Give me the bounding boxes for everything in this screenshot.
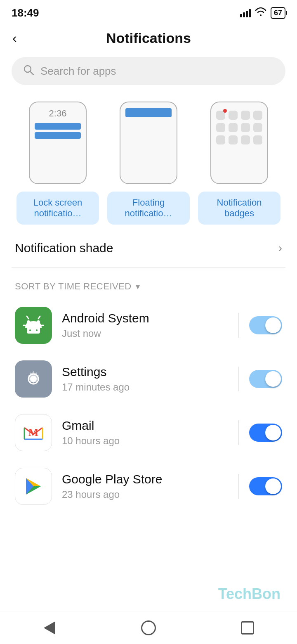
status-icons: 67 — [240, 7, 285, 19]
svg-line-1 — [30, 71, 33, 75]
toggle-thumb — [265, 478, 281, 494]
notification-shade-row[interactable]: Notification shade › — [0, 229, 297, 268]
floating-card[interactable]: Floatingnotificatio… — [107, 102, 190, 225]
search-bar[interactable]: Search for apps — [12, 57, 285, 85]
app-dot — [241, 135, 250, 144]
status-bar: 18:49 67 — [0, 0, 297, 23]
page-title: Notifications — [106, 30, 191, 46]
notification-shade-label: Notification shade — [15, 241, 113, 255]
gmail-name: Gmail — [62, 419, 229, 433]
nav-home-button[interactable] — [138, 618, 159, 638]
app-grid — [216, 108, 262, 144]
svg-line-10 — [38, 316, 40, 319]
app-dot — [229, 111, 238, 120]
back-button[interactable]: ‹ — [12, 31, 17, 45]
row-divider — [238, 420, 239, 445]
app-row-play[interactable]: Google Play Store 23 hours ago — [0, 459, 297, 513]
floating-label[interactable]: Floatingnotificatio… — [107, 192, 190, 225]
bottom-nav — [0, 611, 297, 644]
nav-home-icon — [141, 620, 156, 635]
lockscreen-card[interactable]: 2:36 Lock screennotificatio… — [16, 102, 99, 225]
chevron-right-icon: › — [278, 242, 282, 255]
app-dot — [241, 123, 250, 132]
app-dot — [241, 111, 250, 120]
notif-bar-1 — [35, 123, 81, 130]
svg-point-5 — [29, 329, 31, 331]
gmail-info: Gmail 10 hours ago — [62, 419, 229, 447]
badges-illustration — [210, 102, 268, 184]
play-toggle[interactable] — [249, 477, 282, 495]
android-icon — [15, 307, 52, 344]
row-divider — [238, 367, 239, 391]
sort-header[interactable]: SORT BY TIME RECEIVED ▾ — [0, 268, 297, 298]
search-icon — [23, 64, 34, 78]
settings-icon — [15, 360, 52, 398]
android-toggle[interactable] — [249, 316, 282, 334]
settings-info: Settings 17 minutes ago — [62, 365, 229, 393]
app-dot — [229, 135, 238, 144]
toggle-thumb — [265, 371, 281, 387]
battery-icon: 67 — [271, 7, 285, 19]
android-name: Android System — [62, 311, 229, 325]
gmail-time: 10 hours ago — [62, 435, 229, 447]
notif-cards-container: 2:36 Lock screennotificatio… Floatingnot… — [0, 93, 297, 229]
app-dot — [253, 123, 262, 132]
nav-recent-icon — [241, 621, 254, 635]
row-divider — [238, 474, 239, 499]
signal-icon — [240, 8, 251, 17]
app-row-gmail[interactable]: M Gmail 10 hours ago — [0, 406, 297, 459]
app-dot — [216, 123, 225, 132]
row-divider — [238, 313, 239, 338]
gmail-icon: M — [15, 414, 52, 451]
app-dot — [216, 111, 225, 120]
settings-time: 17 minutes ago — [62, 381, 229, 393]
badges-card[interactable]: Notificationbadges — [198, 102, 280, 225]
android-info: Android System Just now — [62, 311, 229, 339]
badges-label[interactable]: Notificationbadges — [198, 192, 280, 225]
svg-point-6 — [36, 329, 38, 331]
nav-back-button[interactable] — [39, 618, 60, 638]
float-banner — [125, 108, 172, 117]
app-dot — [216, 135, 225, 144]
play-name: Google Play Store — [62, 472, 229, 486]
android-time: Just now — [62, 328, 229, 339]
toggle-thumb — [265, 425, 281, 440]
lockscreen-illustration: 2:36 — [29, 102, 87, 184]
app-row-settings[interactable]: Settings 17 minutes ago — [0, 352, 297, 406]
header: ‹ Notifications — [0, 23, 297, 53]
app-dot — [253, 111, 262, 120]
app-dot — [229, 123, 238, 132]
play-store-icon — [15, 468, 52, 505]
watermark: TechBon — [218, 585, 280, 603]
settings-name: Settings — [62, 365, 229, 379]
lockscreen-label[interactable]: Lock screennotificatio… — [16, 192, 99, 225]
wifi-icon — [255, 7, 266, 19]
nav-back-icon — [44, 621, 55, 635]
svg-line-9 — [27, 316, 28, 319]
gmail-toggle[interactable] — [249, 424, 282, 442]
play-time: 23 hours ago — [62, 489, 229, 500]
toggle-thumb — [265, 317, 281, 333]
settings-toggle[interactable] — [249, 370, 282, 388]
floating-illustration — [120, 102, 177, 184]
sort-chevron-icon: ▾ — [136, 282, 140, 291]
search-container: Search for apps — [0, 53, 297, 93]
status-time: 18:49 — [12, 7, 39, 19]
svg-rect-4 — [27, 327, 40, 334]
svg-text:M: M — [28, 426, 39, 438]
app-dot — [253, 135, 262, 144]
search-input[interactable]: Search for apps — [40, 65, 116, 78]
sort-label: SORT BY TIME RECEIVED — [15, 281, 132, 292]
app-row-android[interactable]: Android System Just now — [0, 298, 297, 352]
notif-bar-2 — [35, 132, 81, 139]
play-info: Google Play Store 23 hours ago — [62, 472, 229, 500]
nav-recent-button[interactable] — [237, 618, 258, 638]
